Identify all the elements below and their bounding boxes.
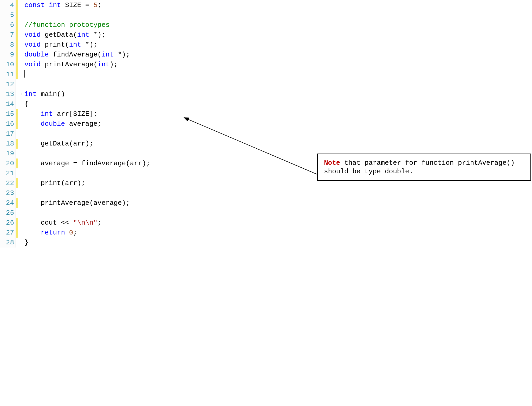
code-token: 5 xyxy=(93,1,98,9)
fold-spacer xyxy=(18,129,23,139)
code-token: *); xyxy=(81,41,97,49)
change-marker xyxy=(16,228,18,238)
code-line[interactable]: return 0; xyxy=(24,228,286,238)
code-line[interactable] xyxy=(24,10,286,20)
code-token: print(arr); xyxy=(24,179,85,187)
note-text: that parameter for function printAverage… xyxy=(324,159,515,175)
change-marker xyxy=(16,168,18,178)
fold-spacer xyxy=(18,238,23,248)
line-number: 8 xyxy=(0,40,16,50)
code-line[interactable] xyxy=(24,168,286,178)
code-line[interactable] xyxy=(24,69,286,79)
fold-spacer xyxy=(18,0,23,10)
code-token xyxy=(24,110,41,118)
annotation-note: Note that parameter for function printAv… xyxy=(317,154,531,181)
code-token: const xyxy=(24,1,45,9)
code-line[interactable] xyxy=(24,79,286,89)
fold-spacer xyxy=(18,168,23,178)
code-line[interactable]: average = findAverage(arr); xyxy=(24,158,286,168)
line-number: 18 xyxy=(0,139,16,149)
code-token: arr[SIZE]; xyxy=(53,110,98,118)
change-marker xyxy=(16,40,18,50)
change-marker xyxy=(16,79,18,89)
line-number: 26 xyxy=(0,218,16,228)
change-marker xyxy=(16,99,18,109)
code-line[interactable] xyxy=(24,208,286,218)
code-line[interactable] xyxy=(24,188,286,198)
code-line[interactable]: void printAverage(int); xyxy=(24,60,286,69)
code-token: ); xyxy=(110,61,118,68)
code-token: main() xyxy=(37,90,65,98)
code-token: 0 xyxy=(69,229,73,237)
line-number: 25 xyxy=(0,208,16,218)
change-marker xyxy=(16,30,18,40)
code-line[interactable]: void getData(int *); xyxy=(24,30,286,40)
line-number: 15 xyxy=(0,109,16,119)
code-token: ; xyxy=(73,229,77,237)
line-number: 22 xyxy=(0,178,16,188)
code-line[interactable]: print(arr); xyxy=(24,178,286,188)
code-token: double xyxy=(24,51,49,59)
code-token: ; xyxy=(98,1,102,9)
code-token: printAverage(average); xyxy=(24,199,130,207)
code-line[interactable]: int main() xyxy=(24,89,286,99)
code-line[interactable] xyxy=(24,129,286,139)
change-marker xyxy=(16,109,18,119)
line-number: 27 xyxy=(0,228,16,238)
fold-spacer xyxy=(18,139,23,149)
code-editor[interactable]: 4567891011121314151617181920212223242526… xyxy=(0,0,286,248)
code-token: *); xyxy=(114,51,130,59)
fold-spacer xyxy=(18,218,23,228)
code-token: { xyxy=(24,100,29,108)
code-token: "\n\n" xyxy=(73,219,98,227)
fold-spacer xyxy=(18,149,23,158)
code-line[interactable]: } xyxy=(24,238,286,248)
change-marker xyxy=(16,238,18,248)
code-line[interactable] xyxy=(24,149,286,158)
code-token: int xyxy=(77,31,89,39)
code-line[interactable]: //function prototypes xyxy=(24,20,286,30)
code-line[interactable]: getData(arr); xyxy=(24,139,286,149)
change-marker xyxy=(16,218,18,228)
line-number-gutter: 4567891011121314151617181920212223242526… xyxy=(0,0,16,248)
code-token: } xyxy=(24,239,29,246)
code-token xyxy=(65,229,69,237)
change-marker xyxy=(16,0,18,10)
line-number: 20 xyxy=(0,158,16,168)
code-area[interactable]: const int SIZE = 5;//function prototypes… xyxy=(23,0,286,248)
code-line[interactable]: cout << "\n\n"; xyxy=(24,218,286,228)
code-token: int xyxy=(24,90,37,98)
code-line[interactable]: const int SIZE = 5; xyxy=(24,0,286,10)
code-token: int xyxy=(49,1,61,9)
text-cursor xyxy=(24,70,25,78)
line-number: 16 xyxy=(0,119,16,129)
line-number: 10 xyxy=(0,60,16,69)
code-line[interactable]: double average; xyxy=(24,119,286,129)
fold-spacer xyxy=(18,30,23,40)
change-marker xyxy=(16,60,18,69)
fold-spacer xyxy=(18,99,23,109)
fold-toggle-icon[interactable]: ⊟ xyxy=(18,89,23,99)
line-number: 9 xyxy=(0,50,16,60)
code-token: //function prototypes xyxy=(24,21,110,29)
code-line[interactable]: { xyxy=(24,99,286,109)
code-token: SIZE = xyxy=(61,1,93,9)
line-number: 4 xyxy=(0,0,16,10)
change-marker xyxy=(16,50,18,60)
code-token xyxy=(45,1,49,9)
change-marker xyxy=(16,198,18,208)
fold-spacer xyxy=(18,20,23,30)
code-line[interactable]: double findAverage(int *); xyxy=(24,50,286,60)
change-marker xyxy=(16,10,18,20)
code-line[interactable]: void print(int *); xyxy=(24,40,286,50)
code-line[interactable]: int arr[SIZE]; xyxy=(24,109,286,119)
code-token: int xyxy=(98,61,110,68)
code-line[interactable]: printAverage(average); xyxy=(24,198,286,208)
change-marker xyxy=(16,158,18,168)
code-token: ; xyxy=(98,219,102,227)
change-marker-column xyxy=(16,0,18,248)
code-token: printAverage( xyxy=(41,61,97,68)
code-token xyxy=(24,229,41,237)
fold-column: ⊟ xyxy=(18,0,23,248)
code-token: print( xyxy=(41,41,69,49)
